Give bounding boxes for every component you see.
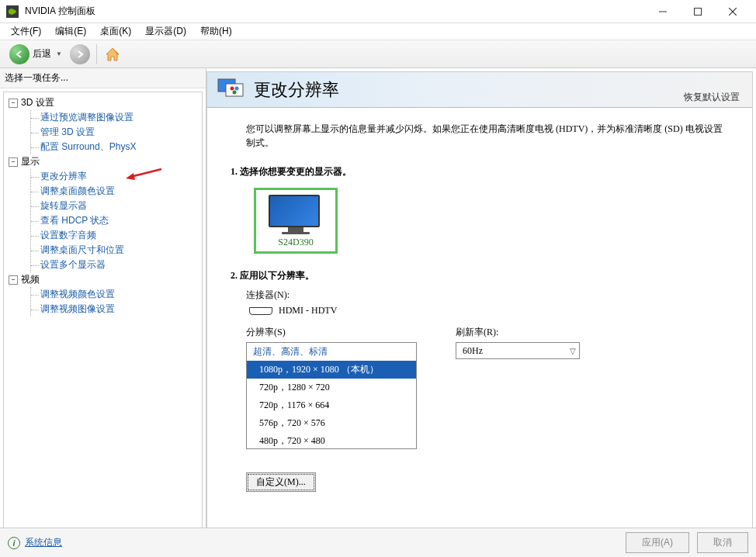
menu-file[interactable]: 文件(F): [5, 23, 47, 40]
monitor-selector: S24D390: [254, 188, 737, 254]
tree-item-video-color[interactable]: 调整视频颜色设置: [40, 287, 200, 302]
cancel-button[interactable]: 取消: [697, 532, 748, 553]
display-settings-icon: [217, 78, 246, 102]
footer: i 系统信息 应用(A) 取消: [0, 528, 756, 557]
connector-label: 连接器(N):: [246, 289, 737, 302]
resolution-listbox[interactable]: 超清、高清、标清 1080p，1920 × 1080 （本机） 720p，128…: [246, 342, 417, 449]
tree-item-rotate-display[interactable]: 旋转显示器: [40, 199, 200, 213]
content-body: 您可以调整屏幕上显示的信息量并减少闪烁。如果您正在使用高清晰度电视 (HDTV)…: [207, 108, 752, 530]
svg-point-8: [231, 86, 234, 90]
main-area: 选择一项任务... − 3D 设置 通过预览调整图像设置 管理 3D 设置 配置…: [0, 68, 756, 534]
close-button[interactable]: [715, 1, 750, 22]
refresh-rate-dropdown[interactable]: 60Hz ▽: [456, 342, 580, 359]
back-dropdown-arrow: ▼: [56, 50, 62, 57]
resolution-option-1080p[interactable]: 1080p，1920 × 1080 （本机）: [247, 361, 416, 379]
titlebar: NVIDIA 控制面板: [0, 0, 756, 23]
content-header: 更改分辨率 恢复默认设置: [207, 72, 752, 108]
tree-item-digital-audio[interactable]: 设置数字音频: [40, 228, 200, 243]
svg-point-10: [233, 90, 237, 94]
sidebar: 选择一项任务... − 3D 设置 通过预览调整图像设置 管理 3D 设置 配置…: [0, 68, 206, 534]
back-label: 后退: [33, 47, 51, 61]
resolution-group-header: 超清、高清、标清: [247, 343, 416, 361]
tree-item-preview-image[interactable]: 通过预览调整图像设置: [40, 110, 200, 125]
resolution-option-480p[interactable]: 480p，720 × 480: [247, 432, 416, 449]
tree-item-desktop-color[interactable]: 调整桌面颜色设置: [40, 184, 200, 199]
step2-heading: 2. 应用以下分辨率。: [231, 269, 737, 282]
monitor-label: S24D390: [269, 237, 323, 248]
home-button[interactable]: [103, 45, 122, 64]
connector-value: HDMI - HDTV: [279, 305, 337, 317]
tree-item-multi-display[interactable]: 设置多个显示器: [40, 258, 200, 272]
svg-rect-7: [226, 84, 243, 96]
chevron-down-icon: ▽: [570, 347, 576, 355]
tree-toggle-icon[interactable]: −: [9, 275, 18, 285]
toolbar-separator: [96, 44, 97, 64]
menubar: 文件(F) 编辑(E) 桌面(K) 显示器(D) 帮助(H): [0, 23, 756, 40]
back-button[interactable]: 后退 ▼: [5, 43, 67, 66]
tree-toggle-icon[interactable]: −: [9, 157, 18, 167]
tree-item-surround-physx[interactable]: 配置 Surround、PhysX: [40, 140, 200, 154]
window-title: NVIDIA 控制面板: [25, 5, 645, 18]
back-arrow-icon: [9, 44, 29, 64]
sidebar-title: 选择一项任务...: [0, 68, 206, 88]
resolution-label: 分辨率(S): [246, 326, 417, 339]
resolution-option-720p-1280[interactable]: 720p，1280 × 720: [247, 379, 416, 396]
info-icon: i: [8, 537, 20, 549]
monitor-icon: [269, 195, 323, 234]
toolbar: 后退 ▼: [0, 40, 756, 68]
maximize-button[interactable]: [680, 1, 715, 22]
resolution-option-576p[interactable]: 576p，720 × 576: [247, 414, 416, 432]
tree-item-change-resolution[interactable]: 更改分辨率: [40, 169, 200, 184]
tree-item-video-image[interactable]: 调整视频图像设置: [40, 302, 200, 317]
svg-rect-1: [694, 8, 701, 15]
tree-group-video[interactable]: − 视频: [9, 272, 200, 287]
tree-item-hdcp-status[interactable]: 查看 HDCP 状态: [40, 213, 200, 228]
hdmi-icon: [249, 307, 272, 315]
nvidia-icon: [6, 5, 19, 18]
forward-button[interactable]: [70, 44, 90, 64]
content-wrapper: 更改分辨率 恢复默认设置 您可以调整屏幕上显示的信息量并减少闪烁。如果您正在使用…: [206, 71, 753, 531]
tree-item-desktop-size-position[interactable]: 调整桌面尺寸和位置: [40, 243, 200, 258]
system-info-link[interactable]: i 系统信息: [8, 536, 62, 549]
tree-group-display[interactable]: − 显示: [9, 154, 200, 169]
tree-item-manage-3d[interactable]: 管理 3D 设置: [40, 125, 200, 140]
task-tree: − 3D 设置 通过预览调整图像设置 管理 3D 设置 配置 Surround、…: [3, 92, 203, 531]
apply-button[interactable]: 应用(A): [626, 532, 689, 553]
tree-group-3d[interactable]: − 3D 设置: [9, 95, 200, 110]
menu-desktop[interactable]: 桌面(K): [94, 23, 137, 40]
refresh-rate-label: 刷新率(R):: [456, 326, 580, 339]
connector-value-row: HDMI - HDTV: [249, 305, 737, 317]
description-text: 您可以调整屏幕上显示的信息量并减少闪烁。如果您正在使用高清晰度电视 (HDTV)…: [246, 122, 729, 150]
page-title: 更改分辨率: [254, 78, 339, 102]
tree-toggle-icon[interactable]: −: [9, 99, 18, 108]
menu-display[interactable]: 显示器(D): [139, 23, 192, 40]
restore-defaults-link[interactable]: 恢复默认设置: [684, 91, 740, 104]
menu-edit[interactable]: 编辑(E): [49, 23, 92, 40]
monitor-s24d390[interactable]: S24D390: [254, 188, 338, 254]
menu-help[interactable]: 帮助(H): [194, 23, 238, 40]
step1-heading: 1. 选择你想要变更的显示器。: [231, 165, 737, 178]
svg-point-9: [235, 86, 239, 90]
resolution-option-720p-1176[interactable]: 720p，1176 × 664: [247, 396, 416, 414]
custom-resolution-button[interactable]: 自定义(M)...: [246, 472, 316, 492]
window-controls: [645, 1, 750, 22]
refresh-rate-value: 60Hz: [463, 345, 483, 357]
minimize-button[interactable]: [645, 1, 680, 22]
